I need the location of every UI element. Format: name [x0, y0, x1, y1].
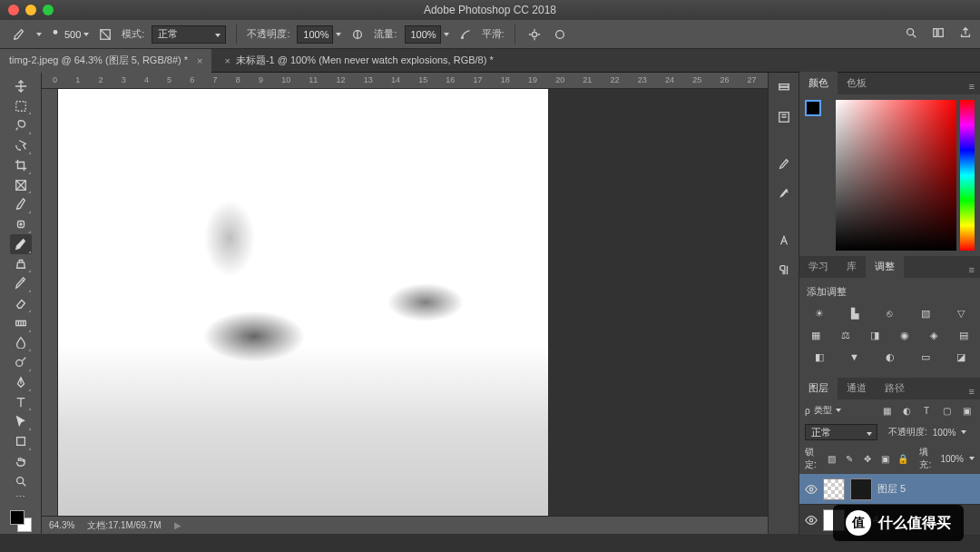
eraser-tool[interactable] — [10, 293, 32, 313]
flow-field[interactable]: 100% — [405, 25, 441, 44]
layer-blend-mode[interactable]: 正常 — [805, 424, 877, 440]
horizontal-ruler[interactable]: 0123456789101112131415161718192021222324… — [42, 73, 768, 89]
smoothing-options-icon[interactable] — [525, 25, 544, 44]
clone-stamp-tool[interactable] — [10, 254, 32, 274]
pen-tool[interactable] — [10, 372, 32, 392]
lock-image-icon[interactable]: ✎ — [844, 451, 856, 466]
filter-adjust-icon[interactable]: ◐ — [898, 403, 915, 418]
pressure-opacity-icon[interactable] — [348, 25, 367, 44]
filter-smart-icon[interactable]: ▣ — [958, 403, 975, 418]
workspace-switcher-icon[interactable] — [929, 24, 947, 42]
tool-preset-chevron-icon[interactable] — [36, 33, 42, 36]
posterize-icon[interactable]: ▼ — [847, 350, 863, 364]
panel-menu-icon[interactable]: ≡ — [964, 383, 980, 399]
close-tab-icon[interactable]: × — [224, 55, 230, 66]
quick-select-tool[interactable] — [10, 135, 32, 155]
curves-icon[interactable]: ⎋ — [882, 306, 898, 320]
document-tab[interactable]: × 未标题-1 @ 100% (Men never watch explosio… — [211, 49, 502, 73]
lock-position-icon[interactable]: ✥ — [861, 451, 873, 466]
eyedropper-tool[interactable] — [10, 194, 32, 214]
lasso-tool[interactable] — [10, 115, 32, 135]
lock-transparent-icon[interactable]: ▨ — [826, 451, 838, 466]
levels-icon[interactable]: ▙ — [847, 306, 863, 320]
exposure-icon[interactable]: ▧ — [917, 306, 934, 320]
history-brush-tool[interactable] — [10, 273, 32, 293]
brush-tool[interactable] — [10, 234, 32, 254]
paths-tab[interactable]: 路径 — [876, 377, 914, 399]
layer-thumbnail[interactable] — [823, 478, 845, 500]
marquee-tool[interactable] — [10, 96, 32, 116]
photo-filter-icon[interactable]: ◉ — [897, 328, 913, 342]
brush-settings-icon[interactable] — [774, 154, 794, 174]
adjustments-tab[interactable]: 调整 — [866, 255, 904, 278]
frame-tool[interactable] — [10, 175, 32, 195]
brush-preset-picker[interactable]: 500 — [49, 28, 89, 41]
document-tab[interactable]: timg-2.jpeg @ 64.3% (图层 5, RGB/8#) * × — [0, 49, 211, 73]
fg-color-swatch[interactable] — [10, 510, 24, 525]
pressure-size-icon[interactable] — [551, 25, 569, 44]
color-swatches[interactable] — [8, 508, 34, 534]
filter-shape-icon[interactable]: ▢ — [938, 403, 955, 418]
invert-icon[interactable]: ◧ — [811, 350, 828, 364]
blend-mode-select[interactable]: 正常 — [152, 25, 226, 44]
canvas[interactable] — [58, 89, 768, 516]
zoom-value[interactable]: 64.3% — [49, 520, 74, 530]
close-tab-icon[interactable]: × — [197, 55, 202, 66]
edit-toolbar[interactable]: ⋯ — [10, 490, 32, 503]
hue-sat-icon[interactable]: ▦ — [808, 328, 824, 342]
selective-color-icon[interactable]: ◪ — [953, 350, 969, 364]
chevron-down-icon[interactable] — [336, 33, 341, 36]
paragraph-panel-icon[interactable] — [774, 260, 794, 280]
hue-slider[interactable] — [960, 100, 975, 251]
hand-tool[interactable] — [10, 451, 32, 471]
layer-name[interactable]: 图层 5 — [877, 482, 906, 496]
threshold-icon[interactable]: ◐ — [882, 350, 898, 364]
brush-panel-toggle[interactable] — [96, 25, 114, 44]
gradient-map-icon[interactable]: ▭ — [917, 350, 934, 364]
visibility-toggle[interactable] — [805, 483, 818, 496]
vertical-ruler[interactable] — [42, 89, 58, 516]
fill-value[interactable]: 100% — [940, 454, 964, 464]
shape-tool[interactable] — [10, 431, 32, 451]
bw-icon[interactable]: ◨ — [867, 328, 883, 342]
character-panel-icon[interactable] — [774, 231, 794, 251]
gradient-tool[interactable] — [10, 313, 32, 333]
lock-all-icon[interactable]: 🔒 — [897, 451, 908, 466]
blur-tool[interactable] — [10, 333, 32, 353]
vibrance-icon[interactable]: ▽ — [953, 306, 969, 320]
chevron-down-icon[interactable] — [444, 33, 449, 36]
channel-mixer-icon[interactable]: ◈ — [926, 328, 942, 342]
opacity-field[interactable]: 100% — [297, 25, 333, 44]
brightness-icon[interactable]: ☀ — [811, 306, 828, 320]
dodge-tool[interactable] — [10, 352, 32, 372]
color-balance-icon[interactable]: ⚖ — [838, 328, 854, 342]
lock-artboard-icon[interactable]: ▣ — [878, 451, 890, 466]
window-zoom-button[interactable] — [43, 5, 54, 15]
layer-mask-thumbnail[interactable] — [850, 478, 872, 500]
filter-pixel-icon[interactable]: ▦ — [878, 403, 895, 418]
chevron-down-icon[interactable] — [961, 430, 966, 434]
learn-tab[interactable]: 学习 — [799, 255, 838, 278]
chevron-down-icon[interactable] — [969, 457, 975, 460]
move-tool[interactable] — [10, 76, 32, 96]
path-select-tool[interactable] — [10, 411, 32, 431]
crop-tool[interactable] — [10, 155, 32, 175]
layers-tab[interactable]: 图层 — [799, 377, 838, 399]
panel-menu-icon[interactable]: ≡ — [964, 261, 980, 278]
color-field[interactable] — [836, 100, 956, 251]
history-panel-icon[interactable] — [774, 78, 794, 98]
layer-opacity-value[interactable]: 100% — [933, 428, 956, 438]
libraries-tab[interactable]: 库 — [838, 255, 866, 278]
healing-brush-tool[interactable] — [10, 214, 32, 234]
type-tool[interactable] — [10, 392, 32, 412]
fg-color[interactable] — [805, 100, 821, 116]
properties-panel-icon[interactable] — [774, 107, 794, 127]
color-tab[interactable]: 颜色 — [799, 72, 838, 94]
panel-menu-icon[interactable]: ≡ — [964, 78, 980, 94]
color-lookup-icon[interactable]: ▤ — [956, 328, 972, 342]
airbrush-icon[interactable] — [456, 25, 475, 44]
channels-tab[interactable]: 通道 — [838, 377, 876, 399]
filter-type-icon[interactable]: T — [918, 403, 935, 418]
current-tool-icon[interactable] — [9, 25, 29, 44]
chevron-down-icon[interactable] — [836, 409, 841, 412]
